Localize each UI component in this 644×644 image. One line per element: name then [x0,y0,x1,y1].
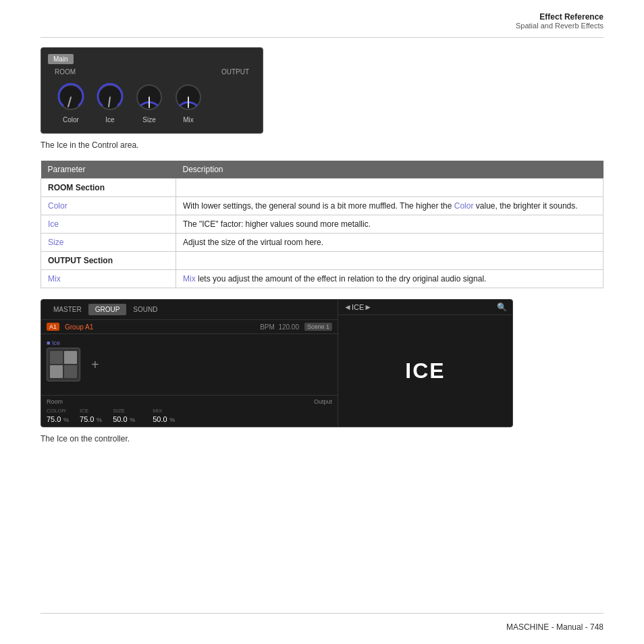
ctrl-ice-value: 75.0 % [80,414,102,424]
footer-text: MASCHINE - Manual - 748 [506,622,603,632]
col-param-header: Parameter [41,161,176,179]
knob-color-item: Color [55,81,87,124]
desc-mix: Mix lets you adjust the amount of the ef… [176,270,603,288]
knob-size-item: Size [133,81,165,124]
nav-left-arrow[interactable]: ◄ [344,302,352,312]
desc-color: With lower settings, the general sound i… [176,197,603,215]
controller-params-bar: Room Output COLOR 75.0 % ICE [41,395,338,427]
knob-mix-item: Mix [172,81,205,124]
table-row: Mix Mix lets you adjust the amount of th… [41,270,603,288]
pad-cell [64,351,77,364]
controller-right-panel: ◄ ICE ► 🔍 ICE [338,300,512,427]
header-title: Effect Reference [516,12,603,22]
col-desc-header: Description [176,161,603,179]
ctrl-size-label: SIZE [113,408,135,414]
controller-left-panel: MASTER GROUP SOUND A1 Group A1 BPM 120.0… [41,300,338,427]
section-output-label: OUTPUT Section [41,252,176,270]
table-row: Color With lower settings, the general s… [41,197,603,215]
effect-name-small: ICE [352,303,364,311]
bpm-value: 120.00 [278,323,299,331]
search-icon[interactable]: 🔍 [497,302,507,312]
ctrl-params-row: COLOR 75.0 % ICE 75.0 % [47,408,332,424]
ctrl-param-mix: MIX 50.0 % [153,408,175,424]
output-section-label: OUTPUT [221,68,249,76]
bpm-info: BPM 120.00 [260,323,299,331]
parameter-table: Parameter Description ROOM Section Color… [41,161,603,288]
color-knob-label: Color [63,116,79,124]
add-pad-button[interactable]: + [86,340,105,390]
ctrl-mix-value: 50.0 % [153,414,175,424]
pad-cell [50,351,63,364]
section-output-desc [176,252,603,270]
caption-control: The Ice in the Control area. [41,140,603,150]
table-row: Ice The "ICE" factor: higher values soun… [41,215,603,234]
tab-sound[interactable]: SOUND [126,304,164,315]
knob-ice-item: Ice [94,81,126,124]
controller-right-top-bar: ◄ ICE ► 🔍 [338,300,512,315]
output-section-ctrl-label: Output [314,398,332,405]
ctrl-ice-label: ICE [80,408,102,414]
pad-cell [50,365,63,378]
scene-badge: Scene 1 [304,323,332,331]
table-row: ROOM Section [41,179,603,197]
ctrl-color-label: COLOR [47,408,69,414]
param-size: Size [41,234,176,252]
controller-group-bar: A1 Group A1 BPM 120.00 Scene 1 [41,320,338,334]
main-tab: Main [48,54,74,64]
tab-group[interactable]: GROUP [88,304,127,315]
table-row: OUTPUT Section [41,252,603,270]
pad-mini-label: ■ Ice [47,340,80,346]
param-mix: Mix [41,270,176,288]
section-room-label: ROOM Section [41,179,176,197]
controller-area-image: MASTER GROUP SOUND A1 Group A1 BPM 120.0… [41,299,513,427]
ctrl-param-size: SIZE 50.0 % [113,408,135,424]
ctrl-color-value: 75.0 % [47,414,69,424]
desc-size: Adjust the size of the virtual room here… [176,234,603,252]
room-section-label: ROOM [55,68,76,76]
header-divider [41,37,603,38]
header-subtitle: Spatial and Reverb Effects [516,22,603,30]
ctrl-param-color: COLOR 75.0 % [47,408,69,424]
ctrl-param-ice: ICE 75.0 % [80,408,102,424]
pad-label-area: ■ Ice [47,340,80,390]
controller-pads-area: ■ Ice + [41,334,338,395]
mix-knob-label: Mix [183,116,194,124]
group-name: Group A1 [65,323,93,331]
caption-controller: The Ice on the controller. [41,434,603,444]
controller-right-main: ICE [338,315,512,427]
effect-name-large: ICE [405,358,445,383]
pad-cell [64,365,77,378]
nav-right-arrow[interactable]: ► [364,302,372,312]
param-color: Color [41,197,176,215]
group-badge: A1 [47,323,59,331]
tab-master[interactable]: MASTER [47,304,88,315]
ctrl-mix-label: MIX [153,408,175,414]
ice-knob-label: Ice [105,116,114,124]
pad-mini [47,348,80,381]
room-section-ctrl-label: Room [47,398,63,405]
desc-ice: The "ICE" factor: higher values sound mo… [176,215,603,234]
control-area-image: Main ROOM OUTPUT Color [41,47,263,134]
main-content: Main ROOM OUTPUT Color [41,47,603,603]
footer-divider [41,613,603,614]
ctrl-size-value: 50.0 % [113,414,135,424]
bpm-label: BPM [260,323,275,331]
size-knob-label: Size [142,116,155,124]
param-ice: Ice [41,215,176,234]
page-header: Effect Reference Spatial and Reverb Effe… [516,12,603,30]
controller-tab-bar: MASTER GROUP SOUND [41,300,338,320]
table-row: Size Adjust the size of the virtual room… [41,234,603,252]
section-room-desc [176,179,603,197]
